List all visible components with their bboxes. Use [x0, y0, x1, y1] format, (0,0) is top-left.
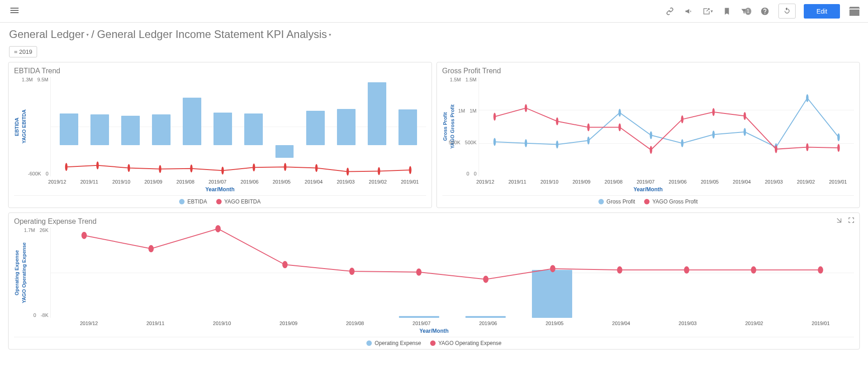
- data-point[interactable]: [190, 165, 193, 173]
- data-point[interactable]: [587, 123, 590, 132]
- x-tick: 2019/06: [479, 321, 497, 326]
- x-tick: 2019/11: [508, 179, 526, 184]
- data-point[interactable]: [617, 266, 622, 274]
- x-tick: 2019/09: [573, 179, 591, 184]
- data-point[interactable]: [774, 145, 777, 153]
- breadcrumb-page[interactable]: General Ledger Income Statement KPI Anal…: [97, 28, 331, 41]
- data-point[interactable]: [148, 245, 154, 252]
- data-point[interactable]: [128, 164, 130, 172]
- x-tick: 2019/08: [176, 179, 194, 184]
- help-icon[interactable]: [759, 6, 770, 17]
- data-point[interactable]: [282, 261, 288, 268]
- y-axis-right-title: YAGO EBITDA: [21, 109, 27, 143]
- legend-item-yago-gross-profit[interactable]: YAGO Gross Profit: [644, 198, 697, 205]
- data-point[interactable]: [556, 117, 559, 125]
- expand-icon[interactable]: [848, 217, 855, 226]
- data-point[interactable]: [618, 109, 621, 117]
- data-point[interactable]: [378, 167, 380, 175]
- filter-icon[interactable]: 1: [740, 6, 751, 17]
- legend-item-yago-operating-expense[interactable]: YAGO Operating Expense: [430, 340, 502, 346]
- data-point[interactable]: [409, 166, 412, 174]
- link-icon[interactable]: [664, 6, 675, 17]
- panel-ebtida: EBTIDA Trend EBTIDA YAGO EBITDA 1.3M9.5M…: [8, 62, 432, 208]
- chevron-down-icon: ▾: [86, 32, 89, 37]
- data-point[interactable]: [681, 115, 683, 123]
- x-tick: 2019/11: [80, 179, 98, 184]
- x-tick: 2019/05: [701, 179, 719, 184]
- data-point[interactable]: [681, 139, 683, 147]
- filter-chip[interactable]: = 2019: [9, 46, 37, 57]
- edit-button[interactable]: Edit: [804, 4, 840, 19]
- export-icon[interactable]: ▾: [702, 6, 713, 17]
- data-point[interactable]: [493, 138, 496, 146]
- data-point[interactable]: [349, 268, 355, 275]
- data-point[interactable]: [315, 164, 318, 172]
- data-point[interactable]: [483, 276, 489, 283]
- data-point[interactable]: [215, 225, 221, 232]
- archive-icon[interactable]: [848, 6, 861, 17]
- data-point[interactable]: [524, 104, 527, 112]
- data-point[interactable]: [416, 269, 422, 276]
- refresh-button[interactable]: [778, 4, 796, 19]
- data-point[interactable]: [550, 265, 555, 272]
- data-point[interactable]: [159, 165, 161, 173]
- chart-ebtida[interactable]: EBTIDA YAGO EBITDA 1.3M9.5M -600K0: [14, 77, 426, 176]
- legend-item-yago-ebitda[interactable]: YAGO EBITDA: [216, 198, 261, 205]
- data-point[interactable]: [618, 123, 621, 132]
- data-point[interactable]: [751, 266, 756, 274]
- data-point[interactable]: [743, 112, 746, 120]
- x-tick: 2019/05: [545, 321, 564, 326]
- panel-title: Gross Profit Trend: [442, 67, 854, 75]
- data-point[interactable]: [556, 141, 559, 149]
- data-point[interactable]: [81, 232, 87, 239]
- data-point[interactable]: [65, 163, 68, 171]
- legend-item-gross-profit[interactable]: Gross Profit: [598, 198, 635, 205]
- dashboard-grid: EBTIDA Trend EBTIDA YAGO EBITDA 1.3M9.5M…: [0, 57, 868, 354]
- x-tick: 2019/08: [346, 321, 364, 326]
- data-point[interactable]: [524, 139, 527, 147]
- data-point[interactable]: [743, 128, 746, 136]
- drill-down-icon[interactable]: [836, 217, 843, 226]
- legend-item-operating-expense[interactable]: Operating Expense: [366, 340, 421, 346]
- breadcrumb-separator: /: [91, 28, 95, 41]
- x-tick: 2019/12: [476, 179, 494, 184]
- x-tick: 2019/11: [147, 321, 165, 326]
- panel-title: Operating Expense Trend: [14, 217, 854, 226]
- x-tick: 2019/06: [241, 179, 259, 184]
- data-point[interactable]: [837, 144, 840, 152]
- data-point[interactable]: [650, 146, 652, 154]
- bookmark-icon[interactable]: [721, 6, 732, 17]
- data-point[interactable]: [587, 137, 590, 145]
- data-point[interactable]: [837, 133, 840, 142]
- data-point[interactable]: [96, 161, 99, 170]
- chart-gross-profit[interactable]: Gross Profit YAGO Gross Profit 1.5M1.5M …: [442, 77, 854, 176]
- data-point[interactable]: [650, 131, 652, 139]
- panel-gross-profit: Gross Profit Trend Gross Profit YAGO Gro…: [436, 62, 860, 208]
- x-axis: 2019/122019/112019/102019/092019/082019/…: [14, 321, 854, 326]
- x-tick: 2019/03: [765, 179, 783, 184]
- data-point[interactable]: [346, 168, 349, 176]
- data-point[interactable]: [818, 266, 823, 274]
- data-point[interactable]: [493, 113, 496, 121]
- data-point[interactable]: [284, 163, 287, 171]
- menu-icon[interactable]: [7, 3, 22, 19]
- chart-operating-expense[interactable]: Operating Expense YAGO Operating Expense…: [14, 227, 854, 318]
- data-point[interactable]: [221, 166, 224, 175]
- data-point[interactable]: [806, 94, 809, 102]
- megaphone-icon[interactable]: [683, 6, 694, 17]
- breadcrumb-root[interactable]: General Ledger ▾: [9, 28, 89, 41]
- data-point[interactable]: [253, 164, 256, 172]
- legend: EBTIDA YAGO EBITDA: [14, 195, 426, 205]
- x-tick: 2019/03: [678, 321, 697, 326]
- data-point[interactable]: [712, 108, 715, 116]
- x-axis-title: Year/Month: [14, 186, 426, 193]
- panel-operating-expense: Operating Expense Trend Operating Expens…: [8, 213, 860, 349]
- data-point[interactable]: [712, 131, 715, 139]
- x-tick: 2019/05: [273, 179, 291, 184]
- data-point[interactable]: [684, 266, 689, 274]
- legend-item-ebtida[interactable]: EBTIDA: [179, 198, 207, 205]
- data-point[interactable]: [806, 143, 809, 151]
- x-tick: 2019/08: [605, 179, 623, 184]
- chevron-down-icon: ▾: [711, 9, 713, 14]
- y-axis-ticks: 1.5M1.5M 1M1M 500K500K 00: [458, 77, 479, 176]
